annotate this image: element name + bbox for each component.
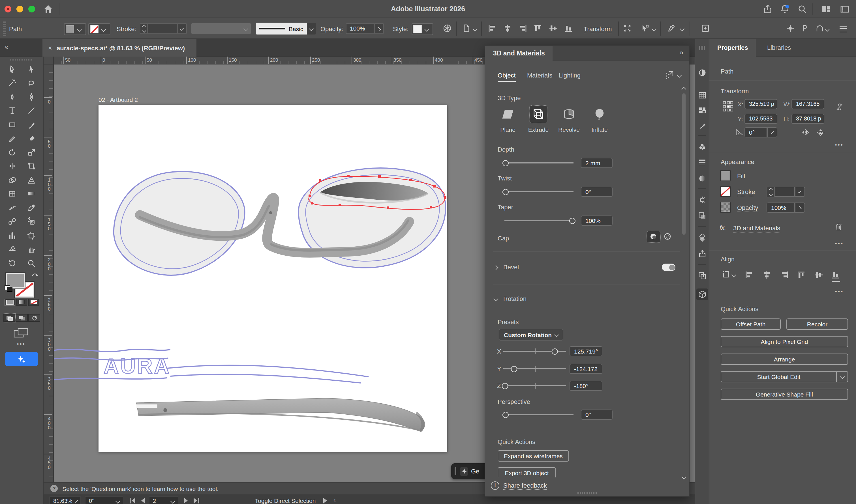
3d-type-plane[interactable]: Plane xyxy=(493,106,523,133)
question-mark-icon[interactable]: ? xyxy=(50,485,58,492)
close-tab-icon[interactable]: × xyxy=(48,44,52,52)
align-horizontal-center-icon[interactable] xyxy=(763,271,771,280)
tab-properties[interactable]: Properties xyxy=(710,39,756,57)
panel-title-tab[interactable]: 3D and Materials xyxy=(485,46,553,60)
stroke-weight-dropdown[interactable] xyxy=(177,23,187,34)
artboard-tool[interactable] xyxy=(23,229,39,242)
default-fill-stroke-icon[interactable] xyxy=(4,285,12,291)
align-top-icon[interactable] xyxy=(797,271,806,280)
column-graph-tool[interactable] xyxy=(4,229,20,242)
y-field[interactable]: 102.5533 xyxy=(745,114,777,124)
generative-shape-fill-button[interactable]: Generative Shape Fill xyxy=(721,389,848,400)
magic-wand-tool[interactable] xyxy=(4,77,20,89)
constrain-proportions-icon[interactable] xyxy=(835,102,844,112)
cap-hollow-button[interactable] xyxy=(661,231,674,242)
ruler-corner[interactable] xyxy=(43,57,54,65)
rotation-angle-dropdown[interactable] xyxy=(767,127,777,138)
offset-path-button[interactable]: Offset Path xyxy=(721,319,781,330)
stroke-weight-stepper[interactable] xyxy=(140,23,148,34)
opacity-field[interactable]: 100% xyxy=(767,202,795,213)
artboard-number-dropdown[interactable]: 2 xyxy=(149,496,178,504)
line-segment-tool[interactable] xyxy=(23,105,39,117)
transform-more-options-icon[interactable]: ••• xyxy=(835,142,844,148)
style-dropdown[interactable] xyxy=(412,23,433,35)
control-bar-menu-icon[interactable] xyxy=(840,26,847,32)
recolor-artwork-icon[interactable] xyxy=(443,24,452,34)
opacity-swatch[interactable] xyxy=(721,202,730,212)
paintbrush-tool[interactable] xyxy=(23,119,39,131)
snap-to-grid-icon[interactable] xyxy=(786,24,795,34)
workspace-switcher-icon[interactable] xyxy=(821,4,831,14)
rotation-z-value[interactable]: -180° xyxy=(570,381,602,391)
dock-grip[interactable] xyxy=(699,46,705,50)
isolate-selection-icon[interactable] xyxy=(701,24,710,34)
generative-ai-button[interactable] xyxy=(5,352,38,366)
align-top-icon[interactable] xyxy=(534,24,542,33)
document-setup-icon[interactable] xyxy=(462,24,471,34)
draw-behind-button[interactable] xyxy=(16,314,28,322)
next-artboard-icon[interactable] xyxy=(183,498,189,504)
artboards-icon[interactable] xyxy=(698,271,707,281)
rotation-x-value[interactable]: 125.719° xyxy=(570,346,602,356)
panel-grip[interactable] xyxy=(3,21,6,36)
align-vertical-center-icon[interactable] xyxy=(815,271,823,280)
shaper-tool[interactable] xyxy=(4,132,20,145)
perspective-slider[interactable] xyxy=(504,411,574,418)
depth-slider[interactable] xyxy=(504,160,574,166)
align-more-options-icon[interactable]: ••• xyxy=(835,288,844,294)
gradient-mode-button[interactable] xyxy=(16,299,27,306)
shape-builder-tool[interactable] xyxy=(4,174,20,186)
change-screen-mode-icon[interactable] xyxy=(14,328,28,339)
color-guide-icon[interactable] xyxy=(698,90,707,100)
fill-color-dropdown[interactable] xyxy=(64,23,86,35)
depth-value[interactable]: 2 mm xyxy=(581,158,613,168)
previous-artboard-icon[interactable] xyxy=(140,498,146,504)
stroke-weight-field[interactable] xyxy=(148,23,177,34)
free-transform-tool[interactable] xyxy=(23,160,39,173)
gradient-icon[interactable] xyxy=(698,174,707,183)
flip-vertical-icon[interactable] xyxy=(816,128,825,138)
bevel-toggle[interactable] xyxy=(662,264,676,271)
rotation-angle-field[interactable]: 0° xyxy=(745,127,767,138)
stroke-weight-field[interactable] xyxy=(774,187,795,197)
stroke-weight-label[interactable]: Stroke: xyxy=(117,25,137,33)
brush-dropdown[interactable] xyxy=(307,23,316,35)
shape-properties-dropdown[interactable] xyxy=(680,26,685,31)
rotate-view-tool[interactable] xyxy=(4,257,20,270)
opacity-expand-arrow[interactable] xyxy=(795,202,805,213)
align-vertical-center-icon[interactable] xyxy=(549,24,558,33)
taskbar-button-label[interactable]: Ge xyxy=(471,468,479,474)
lasso-tool[interactable] xyxy=(23,77,39,89)
3d-type-revolve[interactable]: Revolve xyxy=(554,106,584,133)
tab-libraries[interactable]: Libraries xyxy=(759,39,799,57)
3d-type-inflate[interactable]: Inflate xyxy=(585,106,614,133)
opacity-label[interactable]: Opacity xyxy=(737,204,758,212)
align-right-icon[interactable] xyxy=(519,24,527,33)
rectangle-tool[interactable] xyxy=(4,119,20,131)
rotate-tool[interactable] xyxy=(4,146,20,159)
tab-object[interactable]: Object xyxy=(497,72,516,82)
stroke-label[interactable]: Stroke xyxy=(737,188,755,196)
recolor-button[interactable]: Recolor xyxy=(786,319,848,330)
vertical-ruler[interactable]: 050100150200250300350400450 xyxy=(43,65,54,482)
direct-selection-tool[interactable] xyxy=(23,63,39,75)
rotation-presets-dropdown[interactable]: Custom Rotation xyxy=(499,329,563,341)
measure-tool[interactable] xyxy=(4,202,20,214)
expand-as-wireframes-button[interactable]: Expand as wireframes xyxy=(497,450,569,462)
share-feedback-link[interactable]: Share feedback xyxy=(503,482,547,490)
3d-type-extrude[interactable]: Extrude xyxy=(524,106,553,133)
document-setup-dropdown[interactable] xyxy=(473,26,477,31)
transparency-icon[interactable] xyxy=(698,211,707,221)
asset-export-icon[interactable] xyxy=(698,249,707,258)
export-3d-object-button[interactable]: Export 3D object xyxy=(497,467,556,479)
contextual-taskbar[interactable]: Ge xyxy=(451,463,486,479)
scale-tool[interactable] xyxy=(23,146,39,159)
corner-widget-icon[interactable] xyxy=(815,24,824,34)
none-mode-button[interactable] xyxy=(28,299,39,306)
snap-to-point-icon[interactable] xyxy=(801,24,809,34)
last-artboard-icon[interactable] xyxy=(193,498,199,504)
brush-definition-preview[interactable]: Basic xyxy=(256,23,307,35)
w-field[interactable]: 167.3165 xyxy=(791,99,824,109)
align-right-icon[interactable] xyxy=(780,271,789,280)
flip-horizontal-icon[interactable] xyxy=(801,128,809,138)
